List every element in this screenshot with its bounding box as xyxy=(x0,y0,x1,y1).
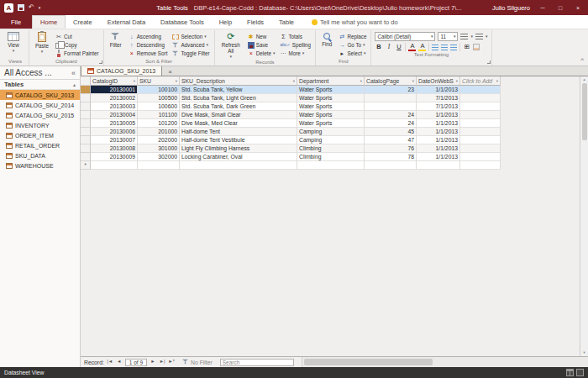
font-name-select[interactable]: Calibri (Detail) ▾ xyxy=(375,32,435,41)
cell-catalogid[interactable]: 20130002 xyxy=(91,94,138,102)
access-app-icon[interactable]: A xyxy=(4,3,13,13)
font-color-button[interactable]: A xyxy=(408,44,416,51)
ribbon-tab-create[interactable]: Create xyxy=(66,15,100,29)
totals-button[interactable]: Σ Totals xyxy=(279,33,312,40)
cell-dateonwebs[interactable]: 1/1/2013 xyxy=(417,144,460,153)
cell-click-to-add[interactable] xyxy=(460,119,501,128)
empty-cell[interactable] xyxy=(91,161,138,170)
cell-sku-description[interactable]: Std. Scuba Tank, Light Green xyxy=(180,94,297,102)
scroll-up-icon[interactable]: ▲ xyxy=(583,76,586,83)
refresh-all-button[interactable]: ⟳ Refresh All ▾ xyxy=(218,32,244,59)
cell-department[interactable]: Water Sports xyxy=(297,111,365,119)
save-icon[interactable] xyxy=(18,4,24,11)
column-dropdown-icon[interactable]: ▾ xyxy=(359,77,362,85)
ribbon-tab-help[interactable]: Help xyxy=(212,15,239,29)
cell-sku-description[interactable]: Half-dome Tent xyxy=(180,128,297,136)
cell-click-to-add[interactable] xyxy=(460,102,501,111)
sidebar-item-catalog-sku-2014[interactable]: CATALOG_SKU_2014 xyxy=(0,100,80,110)
filter-status[interactable]: No Filter xyxy=(182,359,213,365)
cell-dateonwebs[interactable]: 1/1/2013 xyxy=(417,111,460,119)
cell-click-to-add[interactable] xyxy=(460,136,501,144)
dialog-launcher-icon[interactable] xyxy=(99,60,102,64)
cell-sku[interactable]: 201000 xyxy=(138,128,180,136)
cell-sku[interactable]: 101200 xyxy=(138,119,180,128)
cell-department[interactable]: Climbing xyxy=(297,144,365,153)
scrollbar-thumb[interactable] xyxy=(582,83,587,140)
cell-catalogpage[interactable]: 24 xyxy=(365,111,417,119)
minimize-button[interactable]: ─ xyxy=(538,5,548,11)
cell-dateonwebs[interactable]: 1/1/2013 xyxy=(417,119,460,128)
find-button[interactable]: Find xyxy=(319,32,334,47)
cell-dateonwebs[interactable]: 1/1/2013 xyxy=(417,153,460,161)
shutter-bar-icon[interactable]: « xyxy=(71,69,76,77)
cell-sku-description[interactable]: Light Fly Climbing Harness xyxy=(180,144,297,153)
cell-click-to-add[interactable] xyxy=(460,111,501,119)
undo-icon[interactable]: ↶ xyxy=(29,4,34,11)
align-left-icon[interactable] xyxy=(432,45,438,50)
datasheet-view-icon[interactable] xyxy=(566,369,574,376)
empty-cell[interactable] xyxy=(417,161,460,170)
cell-click-to-add[interactable] xyxy=(460,94,501,102)
column-header-click-to-add[interactable]: Click to Add▾ xyxy=(460,76,501,86)
font-size-select[interactable]: 11 ▾ xyxy=(438,32,458,41)
cell-catalogid[interactable]: 20130001 xyxy=(91,86,138,94)
cell-catalogpage[interactable]: 23 xyxy=(365,86,417,94)
close-tab-icon[interactable]: × xyxy=(165,69,175,76)
new-record-row[interactable]: * xyxy=(81,161,501,170)
cell-dateonwebs[interactable]: 1/1/2013 xyxy=(417,136,460,144)
advanced-button[interactable]: Advanced ▾ xyxy=(171,41,210,49)
cell-sku-description[interactable]: Dive Mask, Med Clear xyxy=(180,119,297,128)
vertical-scrollbar[interactable]: ▲ ▼ xyxy=(580,76,588,356)
empty-cell[interactable] xyxy=(180,161,297,170)
go-to-button[interactable]: → Go To ▾ xyxy=(338,41,367,49)
record-selector[interactable] xyxy=(81,119,91,128)
cell-sku[interactable]: 100500 xyxy=(138,94,180,102)
highlight-color-button[interactable]: A xyxy=(418,44,426,51)
cell-dateonwebs[interactable]: 1/1/2013 xyxy=(417,86,460,94)
cell-catalogpage[interactable]: 24 xyxy=(365,119,417,128)
cell-catalogid[interactable]: 20130005 xyxy=(91,119,138,128)
cell-sku[interactable]: 202000 xyxy=(138,136,180,144)
tell-me-box[interactable]: Tell me what you want to do xyxy=(312,15,398,29)
collapse-ribbon-icon[interactable]: ^ xyxy=(580,57,584,64)
cell-sku-description[interactable]: Std. Scuba Tank, Yellow xyxy=(180,86,297,94)
user-name[interactable]: Julio Silguero xyxy=(492,4,530,12)
descending-button[interactable]: ↑ Descending xyxy=(128,41,169,49)
toggle-filter-button[interactable]: Toggle Filter xyxy=(171,50,210,57)
save-record-button[interactable]: Save xyxy=(247,41,276,49)
column-header-sku[interactable]: SKU▾ xyxy=(138,76,180,86)
copy-button[interactable]: Copy xyxy=(55,41,100,49)
cell-department[interactable]: Water Sports xyxy=(297,119,365,128)
record-selector[interactable] xyxy=(81,144,91,153)
align-center-icon[interactable] xyxy=(441,45,448,50)
replace-button[interactable]: ⇄ Replace xyxy=(338,33,367,40)
ribbon-tab-external-data[interactable]: External Data xyxy=(100,15,153,29)
column-header-catalogid[interactable]: CatalogID▾ xyxy=(91,76,138,86)
last-record-button[interactable]: ►| xyxy=(159,360,165,365)
cell-catalogpage[interactable]: 78 xyxy=(365,153,417,161)
next-record-button[interactable]: ► xyxy=(150,360,156,365)
nav-group-tables[interactable]: Tables ▴ xyxy=(0,80,80,90)
empty-cell[interactable] xyxy=(365,161,417,170)
ribbon-tab-fields[interactable]: Fields xyxy=(239,15,271,29)
select-all-corner[interactable] xyxy=(81,76,91,86)
nav-pane-header[interactable]: All Access ... « xyxy=(0,66,80,80)
italic-button[interactable]: I xyxy=(385,43,392,51)
horizontal-scrollbar-thumb[interactable] xyxy=(304,359,433,365)
cell-catalogpage[interactable]: 45 xyxy=(365,128,417,136)
cell-department[interactable]: Climbing xyxy=(297,153,365,161)
cell-catalogpage[interactable]: 76 xyxy=(365,144,417,153)
column-dropdown-icon[interactable]: ▾ xyxy=(291,77,295,85)
record-selector[interactable] xyxy=(81,94,91,102)
column-header-sku-description[interactable]: SKU_Description▾ xyxy=(180,76,297,86)
format-painter-button[interactable]: Format Painter xyxy=(55,50,100,57)
record-selector[interactable] xyxy=(81,102,91,111)
cell-dateonwebs[interactable]: 1/1/2013 xyxy=(417,128,460,136)
new-record-selector[interactable]: * xyxy=(81,161,91,170)
align-right-icon[interactable] xyxy=(450,45,457,50)
tab-catalog-sku-2013[interactable]: CATALOG_SKU_2013 xyxy=(81,66,162,76)
ribbon-tab-file[interactable]: File xyxy=(0,15,32,29)
record-selector[interactable] xyxy=(81,136,91,144)
horizontal-scrollbar[interactable] xyxy=(302,357,588,367)
spelling-button[interactable]: abc✓ Spelling xyxy=(279,41,312,49)
